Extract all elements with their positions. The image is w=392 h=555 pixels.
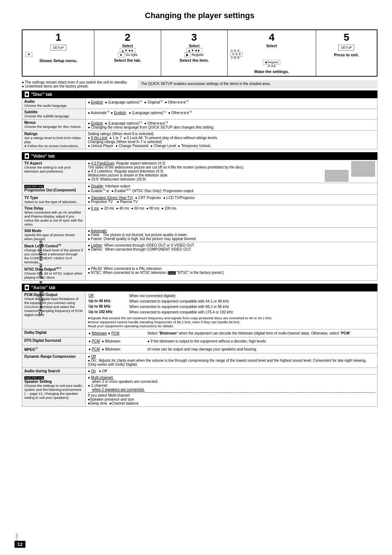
audio-speaker-value: ● Multi-channel: when 3 or more speakers…: [86, 374, 377, 407]
video-tab-header: ■ "Video" tab: [22, 152, 377, 160]
audio-dolby-row: Dolby Digital ● Bitstream ● PCM Select "…: [22, 329, 377, 337]
step-1: 1 SETUP ▼ Shows Setup menu.: [23, 30, 94, 76]
step-5-setup-icon: SETUP: [338, 45, 354, 50]
audio-dynamic-row: Dynamic Range Compression ● Off ● On: Ad…: [22, 353, 377, 368]
disc-subtitle-label: Subtitle Choose the subtitle language.: [22, 109, 86, 119]
dolby-inner-row: ● Bitstream ● PCM Select "Bitstream" whe…: [89, 331, 374, 335]
disc-audio-label: Audio Choose the audio language.: [22, 98, 86, 109]
audio-speaker-row: DVD-F87 only Speaker Setting Choose the …: [22, 374, 377, 407]
audio-pcm-row: PCM Digital Output Check the digital inp…: [22, 292, 377, 329]
step-3-desc: Select the item.: [164, 58, 224, 62]
audio-tab-header: ■ "Audio" tab: [22, 284, 377, 291]
sidebar-label: Changing the player settings: [38, 240, 43, 315]
disc-subtitle-row: Subtitle Choose the subtitle language. ●…: [22, 109, 377, 119]
audio-dolby-value: ● Bitstream ● PCM Select "Bitstream" whe…: [86, 329, 377, 337]
step-4: 4 Select ① ② ③ ④ ⑤ ⑥ ⑦ ⑧ ⑨ ◀ Register ⑩ …: [228, 30, 316, 76]
video-tv-aspect-row: TV Aspect Choose the setting to suit you…: [22, 160, 377, 183]
pcm-row-48: Up to 48 kHz:When connected to equipment…: [89, 299, 374, 304]
step-4-number: 4: [230, 32, 313, 42]
audio-search-label: Audio during Search: [22, 368, 86, 374]
video-still-mode-label: Still Mode Specify the type of picture s…: [22, 227, 86, 242]
pcm-row-192: Up to 192 kHz:When connected to equipmen…: [89, 310, 374, 315]
disc-audio-value: ● English ● (Language options)*1 ● Origi…: [86, 98, 377, 109]
video-progressive-value: ● Disable: Interlace output ● Enable*5 o…: [86, 183, 377, 194]
video-ntsc-disc-value: ● PAL60: When connected to a PAL televis…: [86, 265, 377, 280]
disc-tab-table: Audio Choose the audio language. ● Engli…: [22, 98, 377, 149]
speaker-dvd-only-badge: DVD-F87 only: [24, 376, 44, 380]
video-still-mode-value: ● Automatic ● Field: The picture is not …: [86, 227, 377, 242]
audio-pcm-label: PCM Digital Output Check the digital inp…: [22, 292, 86, 329]
note-1: ● The settings remain intact even if you…: [22, 80, 138, 84]
step-3-number: 3: [164, 32, 224, 42]
mpeg-inner-table: ● PCM ● Bitstream of noise can be output…: [88, 347, 375, 352]
step-1-setup-icon: SETUP: [50, 45, 66, 50]
step-5-number: 5: [319, 32, 374, 42]
audio-search-row: Audio during Search ● On ● Off: [22, 368, 377, 374]
video-time-delay-label: Time Delay When connected with an AV amp…: [22, 205, 86, 227]
video-tv-aspect-label: TV Aspect Choose the setting to suit you…: [22, 160, 86, 183]
audio-dts-label: DTS Digital Surround: [22, 337, 86, 345]
audio-speaker-label: DVD-F87 only Speaker Setting Choose the …: [22, 374, 86, 407]
disc-tab-header: ■ "Disc" tab: [22, 90, 377, 98]
disc-menus-row: Menus Choose the language for disc menus…: [22, 119, 377, 131]
disc-ratings-row: Ratings Set a ratings level to limit DVD…: [22, 131, 377, 149]
dts-inner-row: ● PCM ● Bitstream ● If the bitstream is …: [89, 339, 374, 343]
pcm-row-96: Up to 96 kHz:When connected to equipment…: [89, 304, 374, 309]
notes-right: The QUICK SETUP enables successive setti…: [138, 80, 377, 88]
notes-left: ● The settings remain intact even if you…: [22, 80, 138, 88]
disc-menus-label: Menus Choose the language for disc menus…: [22, 119, 86, 131]
audio-dynamic-value: ● Off ● On: Adjusts for clarity even whe…: [86, 353, 377, 368]
pcm-inner-table: Off:When not connected digitally Up to 4…: [88, 293, 375, 315]
video-still-mode-row: Still Mode Specify the type of picture s…: [22, 227, 377, 242]
page-title: Changing the player settings: [22, 11, 377, 22]
video-black-level-label: Black Level Control*5 Change the black l…: [22, 242, 86, 265]
audio-pcm-value: Off:When not connected digitally Up to 4…: [86, 292, 377, 329]
step-2-desc: Select the tab.: [97, 58, 158, 62]
note-2: ● Underlined items are the factory prese…: [22, 84, 138, 88]
audio-dts-value: ● PCM ● Bitstream ● If the bitstream is …: [86, 337, 377, 345]
step-2-number: 2: [97, 32, 158, 42]
audio-mpeg-value: ● PCM ● Bitstream of noise can be output…: [86, 345, 377, 353]
disc-subtitle-value: ● Automatic*4 ● English ● (Language opti…: [86, 109, 377, 119]
audio-search-value: ● On ● Off: [86, 368, 377, 374]
video-progressive-row: DVD-F87 only Progressive Out (Component)…: [22, 183, 377, 194]
notes-row: ● The settings remain intact even if you…: [22, 80, 377, 88]
tv-aspect-thumbnail-1: [351, 161, 375, 177]
disc-ratings-label: Ratings Set a ratings level to limit DVD…: [22, 131, 86, 149]
step-1-number: 1: [25, 32, 91, 42]
video-black-level-row: Black Level Control*5 Change the black l…: [22, 242, 377, 265]
disc-ratings-value: Setting ratings (When level 8 is selecte…: [86, 131, 377, 149]
rqt-number: RQT7292: [15, 533, 19, 546]
disc-menus-value: ● English ● (Language options)*1 ● Other…: [86, 119, 377, 131]
step-4-desc: Make the settings.: [230, 69, 313, 74]
audio-tab-table: PCM Digital Output Check the digital inp…: [22, 291, 377, 407]
dts-inner-table: ● PCM ● Bitstream ● If the bitstream is …: [88, 339, 375, 344]
video-tv-aspect-value: ● 4:3 Pan&Scan: Regular aspect televisio…: [86, 160, 377, 183]
video-tv-type-row: TV Type Select to suit the type of telev…: [22, 194, 377, 205]
step-5: 5 SETUP Press to exit.: [316, 30, 377, 76]
video-progressive-label: DVD-F87 only Progressive Out (Component): [22, 183, 86, 194]
audio-dts-row: DTS Digital Surround ● PCM ● Bitstream ●…: [22, 337, 377, 345]
step-5-desc: Press to exit.: [319, 53, 374, 57]
video-ntsc-disc-label: NTSC Disc Output*6*7 Choose PAL 60 or NT…: [22, 265, 86, 280]
pcm-row-off: Off:When not connected digitally: [89, 293, 374, 298]
mpeg-inner-row: ● PCM ● Bitstream of noise can be output…: [89, 347, 374, 351]
video-tv-type-value: ● Standard (Direct View TV) ● CRT Projec…: [86, 194, 377, 205]
tv-aspect-thumbnail-2: [325, 170, 348, 182]
disc-audio-row: Audio Choose the audio language. ● Engli…: [22, 98, 377, 109]
audio-dynamic-label: Dynamic Range Compression: [22, 353, 86, 368]
audio-mpeg-label: MPEG*7: [22, 345, 86, 353]
audio-dolby-label: Dolby Digital: [22, 329, 86, 337]
dolby-inner-table: ● Bitstream ● PCM Select "Bitstream" whe…: [88, 331, 375, 336]
step-1-desc: Shows Setup menu.: [25, 58, 91, 63]
video-tv-type-label: TV Type Select to suit the type of telev…: [22, 194, 86, 205]
video-tab-table: TV Aspect Choose the setting to suit you…: [22, 160, 377, 281]
video-time-delay-row: Time Delay When connected with an AV amp…: [22, 205, 377, 227]
steps-container: 1 SETUP ▼ Shows Setup menu. 2 Select ▲▼◄…: [22, 29, 377, 77]
dvd-only-badge: DVD-F87 only: [24, 185, 44, 188]
step-3: 3 Select ▲▼◄► ▶ Register Select the item…: [161, 30, 228, 76]
page: Changing the player settings 12 Changing…: [0, 0, 392, 555]
audio-mpeg-row: MPEG*7 ● PCM ● Bitstream of noise can be…: [22, 345, 377, 353]
video-time-delay-value: ● 0 ms ● 20 ms ● 40 ms ● 60 ms ● 80 ms ●…: [86, 205, 377, 227]
step-2: 2 Select ▲▼◄► ► Go right Select the tab.: [94, 30, 161, 76]
